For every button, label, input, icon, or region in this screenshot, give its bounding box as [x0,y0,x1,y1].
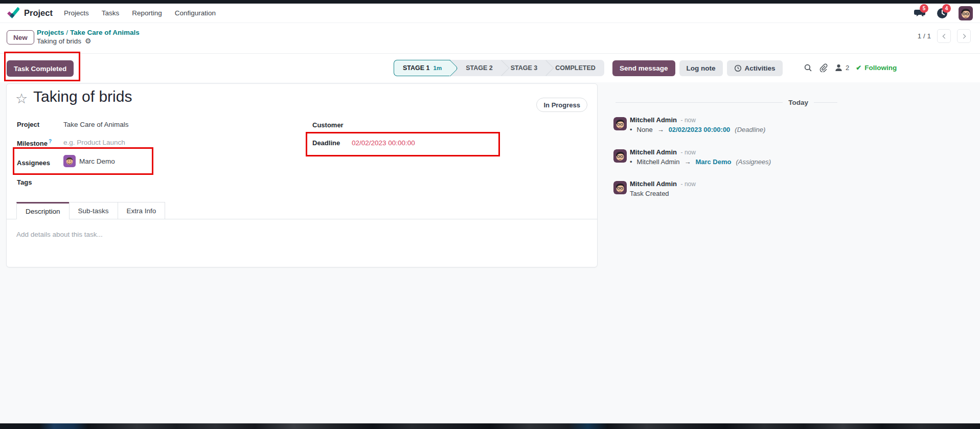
stage-separator-icon [546,60,546,76]
check-icon [856,64,861,72]
nav-item-projects[interactable]: Projects [64,9,89,17]
gear-icon[interactable] [85,37,92,46]
project-app-logo-icon [7,7,19,19]
activities-button[interactable]: Activities [727,60,783,76]
desktop-background-strip [0,423,980,429]
arrow-right-icon: → [684,158,691,166]
project-field-label: Project [17,121,39,128]
message-time: - now [681,117,696,124]
pager-previous-button[interactable] [937,29,951,43]
milestone-field-label: Milestone? [17,139,52,147]
task-completed-button[interactable]: Task Completed [7,60,74,77]
search-icon[interactable] [804,63,812,72]
tracking-old-value: Mitchell Admin [637,158,680,166]
tracking-new-value: 02/02/2023 00:00:00 [669,126,731,133]
chatter-topbar: Send message Log note Activities [612,60,783,76]
stage-1-duration: 1m [434,65,442,71]
nav-item-reporting[interactable]: Reporting [132,9,162,17]
tab-description[interactable]: Description [16,202,70,219]
date-divider: Today [616,98,837,106]
navbar-systray: 5 4 [914,6,973,20]
breadcrumb-current: Taking of brids [37,37,81,46]
log-note-button[interactable]: Log note [679,60,723,76]
breadcrumb-separator: / [66,29,68,36]
tab-sub-tasks[interactable]: Sub-tasks [69,202,118,219]
task-title[interactable]: Taking of brids [33,88,132,105]
breadcrumb: Projects/Take Care of Animals Taking of … [37,28,140,46]
breadcrumb-link-projects[interactable]: Projects [37,29,64,36]
activities-badge: 4 [942,4,951,13]
pager-count: 1 / 1 [918,32,931,40]
pager-next-button[interactable] [957,29,971,43]
message-author-avatar [613,149,627,163]
assignees-field-label: Assignees [17,159,50,167]
following-button[interactable]: Following [856,64,897,72]
stage-selector: STAGE 1 1m STAGE 2 STAGE 3 COMPLETED [394,60,604,76]
stage-button-stage-1[interactable]: STAGE 1 1m [394,60,450,76]
nav-item-configuration[interactable]: Configuration [175,9,216,17]
activities-clock-icon[interactable]: 4 [936,7,948,19]
chatter-message: Mitchell Admin - now Task Created [613,180,966,197]
chatter-message: Mitchell Admin - now Mitchell Admin → Ma… [613,148,966,166]
control-panel: New Projects/Take Care of Animals Taking… [0,23,980,54]
message-author-avatar [613,117,627,130]
message-author: Mitchell Admin [630,148,677,156]
stage-1-label: STAGE 1 [403,64,430,72]
tracking-field-name: (Deadline) [735,126,765,133]
help-icon: ? [49,139,52,144]
window-top-strip [0,0,980,4]
attachment-icon[interactable] [819,63,828,72]
bullet-icon [630,158,632,166]
app-switcher[interactable]: Project [7,7,53,19]
tags-field-label: Tags [17,178,32,186]
stage-button-completed[interactable]: COMPLETED [546,60,604,76]
tab-extra-info[interactable]: Extra Info [118,202,166,219]
form-statusbar: Task Completed STAGE 1 1m STAGE 2 STAGE … [0,54,980,82]
chatter-icons: 2 Following [804,63,897,72]
milestone-field-placeholder[interactable]: e.g. Product Launch [63,139,125,146]
user-avatar[interactable] [959,6,973,20]
messages-badge: 5 [920,4,928,13]
favorite-star-icon[interactable] [15,91,28,107]
breadcrumb-link-project[interactable]: Take Care of Animals [70,29,140,36]
arrow-right-icon: → [657,126,664,133]
assignee-name: Marc Demo [79,157,115,165]
message-body: Task Created [630,190,966,197]
nav-menu: Projects Tasks Reporting Configuration [64,9,216,17]
followers-count: 2 [846,64,849,72]
main-navbar: Project Projects Tasks Reporting Configu… [0,4,980,23]
task-form-sheet: Taking of brids In Progress Project Take… [6,83,598,267]
bullet-icon [630,126,632,133]
nav-item-tasks[interactable]: Tasks [102,9,120,17]
customer-field-label: Customer [312,121,344,129]
tracking-line: Mitchell Admin → Marc Demo (Assignees) [630,158,966,166]
kanban-state-badge[interactable]: In Progress [536,98,587,112]
new-button[interactable]: New [7,30,34,44]
message-time: - now [681,149,696,156]
tracking-line: None → 02/02/2023 00:00:00 (Deadline) [630,126,966,133]
pager: 1 / 1 [918,29,971,43]
tracking-old-value: None [637,126,653,133]
tracking-new-value: Marc Demo [695,158,731,166]
app-name[interactable]: Project [24,8,53,18]
odoo-project-task-screen: Project Projects Tasks Reporting Configu… [0,0,980,429]
project-field-value[interactable]: Take Care of Animals [63,121,129,128]
assignee-tag[interactable]: Marc Demo [63,155,115,167]
followers-icon[interactable] [834,63,843,72]
message-time: - now [681,180,696,188]
description-editor[interactable]: Add details about this task... [16,231,579,261]
chatter-message: Mitchell Admin - now None → 02/02/2023 0… [613,116,966,133]
assignee-avatar [63,155,76,167]
deadline-field-value[interactable]: 02/02/2023 00:00:00 [352,139,415,147]
message-author: Mitchell Admin [630,116,677,124]
tracking-field-name: (Assignees) [736,158,771,166]
message-author: Mitchell Admin [630,180,677,188]
date-divider-label: Today [788,99,808,106]
stage-separator-icon [502,60,502,76]
deadline-field-label: Deadline [312,139,340,147]
send-message-button[interactable]: Send message [612,60,675,76]
clock-icon [734,64,742,72]
messages-icon[interactable]: 5 [914,7,926,19]
notebook-tabs: Description Sub-tasks Extra Info [7,202,597,219]
message-author-avatar [613,181,627,194]
